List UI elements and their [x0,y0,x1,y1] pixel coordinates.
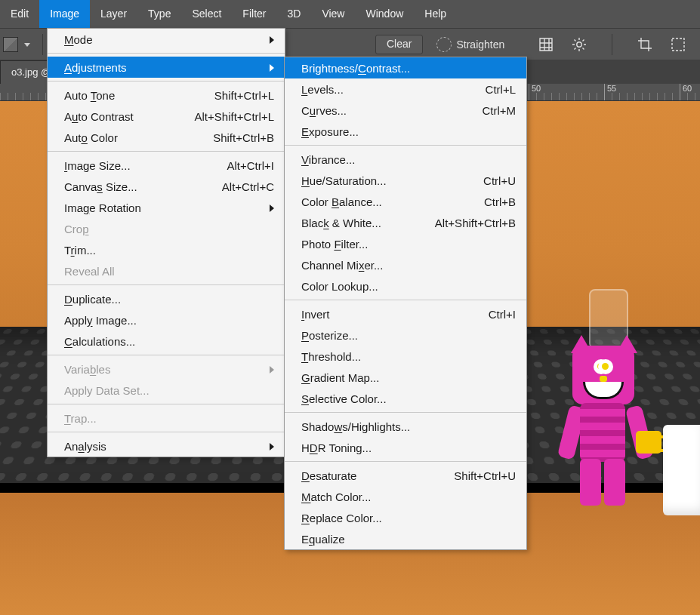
adjust-menu-threshold[interactable]: Threshold... [285,346,526,367]
separator [612,34,612,55]
menu-item-label: Threshold... [301,350,361,363]
adjust-menu-equalize[interactable]: Equalize [285,528,526,549]
submenu-arrow-icon [247,440,274,453]
menu-item-label: Reveal All [64,265,115,278]
menu-item-shortcut: Alt+Ctrl+C [199,180,274,193]
adjust-menu-color-balance[interactable]: Color Balance...Ctrl+B [285,191,526,212]
image-menu-image-rotation[interactable]: Image Rotation [48,197,285,218]
menu-item-label: Canvas Size... [64,180,137,193]
clear-button[interactable]: Clear [375,35,423,54]
menu-item-label: Levels... [301,83,344,96]
image-menu-canvas-size[interactable]: Canvas Size...Alt+Ctrl+C [48,176,285,197]
adjust-menu-curves[interactable]: Curves...Ctrl+M [285,100,526,121]
menu-type[interactable]: Type [137,0,181,28]
image-menu-apply-image[interactable]: Apply Image... [48,309,285,331]
menu-edit[interactable]: Edit [0,0,39,28]
straighten-icon [436,37,452,52]
menu-item-label: Auto Contrast [64,110,134,123]
menu-view[interactable]: View [311,0,355,28]
image-menu-trim[interactable]: Trim... [48,239,285,260]
adjust-menu-desaturate[interactable]: DesaturateShift+Ctrl+U [285,465,526,486]
menu-item-label: Brightness/Contrast... [301,62,410,75]
adjust-menu-selective-color[interactable]: Selective Color... [285,388,526,409]
submenu-arrow-icon [247,363,274,376]
menu-item-shortcut: Alt+Shift+Ctrl+L [172,110,274,123]
adjust-menu-gradient-map[interactable]: Gradient Map... [285,367,526,388]
adjust-menu-exposure[interactable]: Exposure... [285,121,526,142]
adjust-menu-levels[interactable]: Levels...Ctrl+L [285,78,526,100]
image-menu-mode[interactable]: Mode [48,29,285,50]
image-menu-duplicate[interactable]: Duplicate... [48,288,285,309]
menu-item-shortcut: Shift+Ctrl+L [192,89,274,102]
adjust-menu-brightness-contrast[interactable]: Brightness/Contrast... [285,57,526,78]
adjust-menu-replace-color[interactable]: Replace Color... [285,507,526,528]
image-menu-variables: Variables [48,358,285,380]
tool-preset-swatch[interactable] [3,37,18,52]
adjust-menu-color-lookup[interactable]: Color Lookup... [285,275,526,297]
grid-icon[interactable] [538,36,554,53]
adjust-menu-photo-filter[interactable]: Photo Filter... [285,233,526,254]
menu-item-shortcut: Ctrl+M [459,104,516,117]
menu-item-label: Apply Image... [64,314,137,327]
adjust-menu-match-color[interactable]: Match Color... [285,486,526,507]
adjust-menu-hue-saturation[interactable]: Hue/Saturation...Ctrl+U [285,170,526,191]
menu-item-label: Hue/Saturation... [301,174,387,187]
menu-item-label: Crop [64,223,89,235]
menu-item-shortcut: Ctrl+B [461,195,516,208]
menu-item-shortcut: Ctrl+L [463,83,516,96]
adjust-menu-shadows-highlights[interactable]: Shadows/Highlights... [285,416,526,437]
straighten-button[interactable]: Straighten [436,37,504,52]
menu-image[interactable]: Image [39,0,90,28]
menu-item-label: Replace Color... [301,512,382,524]
menu-item-label: Duplicate... [64,293,121,306]
image-menu-analysis[interactable]: Analysis [48,435,285,457]
submenu-arrow-icon [247,201,274,214]
svg-point-0 [577,42,581,47]
menu-3d[interactable]: 3D [276,0,311,28]
menu-item-label: Auto Color [64,131,118,144]
menu-item-shortcut: Shift+Ctrl+B [190,131,274,144]
marquee-icon[interactable] [670,36,686,53]
menu-filter[interactable]: Filter [232,0,276,28]
ruler-tick: 60 [680,84,692,100]
menu-item-label: Vibrance... [301,153,355,166]
menu-item-label: Variables [64,363,110,376]
menu-item-label: Color Lookup... [301,280,378,293]
ruler-tick: 50 [529,84,541,100]
image-menu-image-size[interactable]: Image Size...Alt+Ctrl+I [48,155,285,176]
image-menu-adjustments[interactable]: Adjustments [48,57,285,78]
menu-item-label: Analysis [64,440,106,453]
image-menu-auto-contrast[interactable]: Auto ContrastAlt+Shift+Ctrl+L [48,106,285,127]
gear-icon[interactable] [571,36,587,53]
separator [42,34,43,55]
image-menu-calculations[interactable]: Calculations... [48,331,285,352]
image-menu-dropdown: ModeAdjustmentsAuto ToneShift+Ctrl+LAuto… [47,28,285,457]
menu-window[interactable]: Window [355,0,414,28]
crop-tool-icon[interactable] [637,36,653,53]
adjust-menu-black-white[interactable]: Black & White...Alt+Shift+Ctrl+B [285,212,526,233]
image-menu-trap: Trap... [48,407,285,429]
adjust-menu-channel-mixer[interactable]: Channel Mixer... [285,254,526,275]
submenu-arrow-icon [247,33,274,46]
menu-help[interactable]: Help [414,0,457,28]
menu-item-label: Auto Tone [64,89,115,102]
adjust-menu-posterize[interactable]: Posterize... [285,324,526,346]
image-menu-reveal-all: Reveal All [48,260,285,281]
adjustments-submenu: Brightness/Contrast...Levels...Ctrl+LCur… [284,57,527,550]
menu-separator [285,461,526,462]
submenu-arrow-icon [247,61,274,74]
adjust-menu-invert[interactable]: InvertCtrl+I [285,303,526,324]
menu-separator [48,404,285,404]
image-menu-auto-tone[interactable]: Auto ToneShift+Ctrl+L [48,85,285,106]
menu-separator [48,53,285,54]
menu-layer[interactable]: Layer [90,0,137,28]
adjust-menu-vibrance[interactable]: Vibrance... [285,149,526,170]
menu-select[interactable]: Select [181,0,232,28]
chevron-down-icon[interactable] [24,43,30,47]
menu-item-label: Match Color... [301,490,372,503]
adjust-menu-hdr-toning[interactable]: HDR Toning... [285,437,526,458]
menu-item-label: Apply Data Set... [64,384,150,397]
menu-item-label: Gradient Map... [301,371,379,384]
image-menu-auto-color[interactable]: Auto ColorShift+Ctrl+B [48,127,285,148]
menu-separator [285,145,526,146]
